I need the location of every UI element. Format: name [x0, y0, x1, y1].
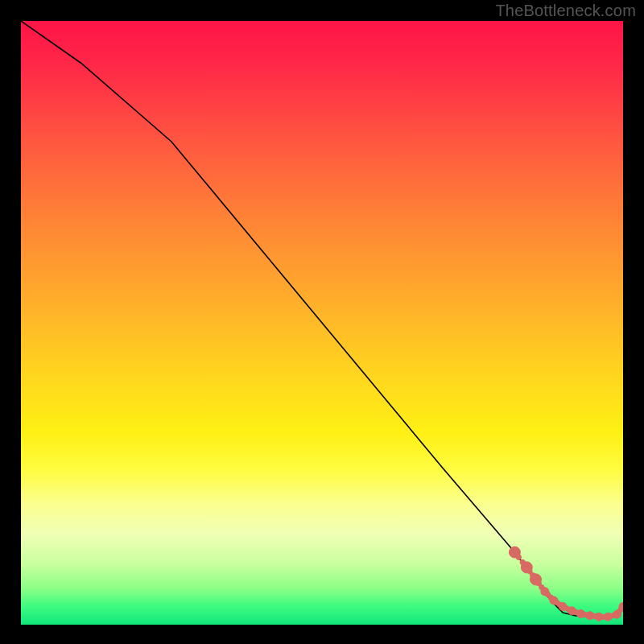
bottleneck-curve [21, 21, 623, 617]
sample-dots [509, 547, 623, 621]
plot-area [21, 21, 623, 625]
watermark-text: TheBottleneck.com [495, 2, 636, 20]
dot [520, 559, 525, 564]
chart-svg [21, 21, 623, 625]
dot [621, 604, 623, 609]
dot [516, 555, 521, 559]
